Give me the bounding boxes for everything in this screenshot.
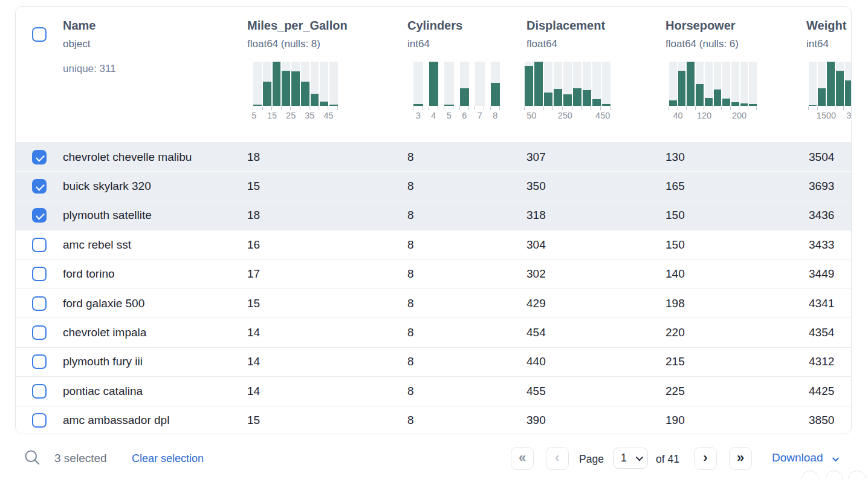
axis-tick xyxy=(281,106,282,110)
cut-off-button[interactable] xyxy=(825,471,843,479)
axis-tick xyxy=(843,106,844,110)
table-row[interactable]: ford galaxie 5001584291984341 xyxy=(16,288,852,318)
table-row[interactable]: plymouth satellite1883181503436 xyxy=(16,201,852,230)
axis-tick xyxy=(474,106,475,110)
row-name-cell: ford torino xyxy=(63,267,247,281)
row-value-cell: 440 xyxy=(526,355,666,368)
histogram-axis xyxy=(525,106,611,110)
row-value-cell: 150 xyxy=(666,238,806,252)
row-name-cell: chevrolet chevelle malibu xyxy=(63,151,247,164)
histogram-bin xyxy=(320,62,328,106)
histogram-bin xyxy=(253,62,262,106)
next-page-button[interactable]: › xyxy=(694,447,717,470)
histogram-bin xyxy=(273,62,281,106)
row-checkbox[interactable] xyxy=(32,150,47,165)
axis-tick xyxy=(817,106,818,110)
histogram-bin xyxy=(573,62,581,106)
axis-tick-label: 200 xyxy=(732,111,747,120)
row-value-cell: 4354 xyxy=(806,326,852,339)
column-title: Horsepower xyxy=(666,19,736,33)
axis-tick xyxy=(300,106,300,110)
histogram-bin xyxy=(696,62,704,106)
histogram-bar xyxy=(592,99,601,106)
page-select[interactable]: 1 xyxy=(613,448,648,469)
axis-tick xyxy=(552,106,553,110)
table-row[interactable]: pontiac catalina1484552254425 xyxy=(16,376,852,405)
select-all-checkbox[interactable] xyxy=(32,27,47,42)
axis-tick xyxy=(253,106,253,110)
table-row[interactable]: amc rebel sst1683041503433 xyxy=(16,230,852,259)
cut-off-button[interactable] xyxy=(848,471,866,479)
table: Nameobjectunique: 311Miles_per_Gallonflo… xyxy=(16,7,852,434)
column-dtype: int64 xyxy=(407,38,430,50)
row-checkbox[interactable] xyxy=(32,267,47,281)
row-name-cell: buick skylark 320 xyxy=(63,180,247,193)
row-checkbox[interactable] xyxy=(32,384,47,399)
histogram-bars xyxy=(525,62,611,106)
axis-tick xyxy=(610,106,611,110)
row-value-cell: 220 xyxy=(666,326,806,339)
histogram-bar xyxy=(554,89,562,106)
row-checkbox[interactable] xyxy=(32,179,47,194)
table-row[interactable]: chevrolet chevelle malibu1883071303504 xyxy=(16,142,852,171)
table-row[interactable]: plymouth fury iii1484402154312 xyxy=(16,347,852,376)
row-checkbox[interactable] xyxy=(32,325,47,340)
row-name-cell: ford galaxie 500 xyxy=(63,297,247,310)
row-select-cell xyxy=(16,318,63,347)
axis-tick xyxy=(730,106,731,110)
download-button[interactable]: Download xyxy=(772,451,837,464)
table-row[interactable]: ford torino1783021403449 xyxy=(16,259,852,288)
data-table-card: Nameobjectunique: 311Miles_per_Gallonflo… xyxy=(15,6,852,434)
histogram-bin xyxy=(301,62,309,106)
histogram-bin xyxy=(413,62,423,106)
first-page-button[interactable]: « xyxy=(511,447,534,470)
histogram-bin xyxy=(714,62,722,106)
histogram-bars xyxy=(410,62,503,106)
row-value-cell: 14 xyxy=(247,355,407,368)
row-value-cell: 3433 xyxy=(806,238,852,252)
row-checkbox[interactable] xyxy=(32,208,47,223)
histogram-bars xyxy=(809,62,852,106)
histogram-bar xyxy=(836,71,844,106)
row-select-cell xyxy=(16,289,63,318)
row-name-cell: pontiac catalina xyxy=(63,385,247,398)
prev-page-button[interactable]: ‹ xyxy=(546,447,569,470)
axis-tick xyxy=(748,106,748,110)
row-name-cell: amc rebel sst xyxy=(63,238,247,252)
row-checkbox[interactable] xyxy=(32,354,47,369)
row-value-cell: 16 xyxy=(247,238,407,252)
clear-selection-link[interactable]: Clear selection xyxy=(132,452,204,465)
row-checkbox[interactable] xyxy=(32,413,47,428)
axis-tick-label: 25 xyxy=(286,111,296,120)
axis-tick xyxy=(826,106,826,110)
row-value-cell: 198 xyxy=(666,297,806,310)
last-page-button[interactable]: » xyxy=(729,447,752,470)
axis-tick-label: 8 xyxy=(493,111,497,120)
axis-tick-label: 15 xyxy=(267,111,277,120)
axis-tick xyxy=(835,106,835,110)
histogram-bin xyxy=(311,62,319,106)
row-value-cell: 318 xyxy=(526,209,666,222)
axis-tick xyxy=(721,106,722,110)
row-value-cell: 455 xyxy=(526,385,666,398)
table-row[interactable]: buick skylark 3201583501653693 xyxy=(16,171,852,200)
row-value-cell: 8 xyxy=(407,326,526,339)
row-select-cell xyxy=(16,172,63,200)
axis-tick-label: 250 xyxy=(558,111,572,120)
column-unique-count: unique: 311 xyxy=(63,63,116,75)
row-checkbox[interactable] xyxy=(32,238,47,252)
histogram-bar xyxy=(583,90,591,106)
table-row[interactable]: amc ambassador dpl1583901903850 xyxy=(16,406,852,434)
histogram-bin xyxy=(845,62,852,106)
row-checkbox[interactable] xyxy=(32,296,47,311)
search-icon[interactable] xyxy=(24,449,40,466)
column-histogram: 40120200 xyxy=(669,62,757,120)
axis-tick xyxy=(337,106,338,110)
histogram-bin xyxy=(592,62,601,106)
row-value-cell: 14 xyxy=(247,385,407,398)
cut-off-button[interactable] xyxy=(801,471,819,479)
histogram-axis-labels: 345678 xyxy=(410,111,503,120)
row-value-cell: 15 xyxy=(247,414,407,427)
table-row[interactable]: chevrolet impala1484542204354 xyxy=(16,318,852,347)
selected-count: 3 selected xyxy=(54,452,107,465)
